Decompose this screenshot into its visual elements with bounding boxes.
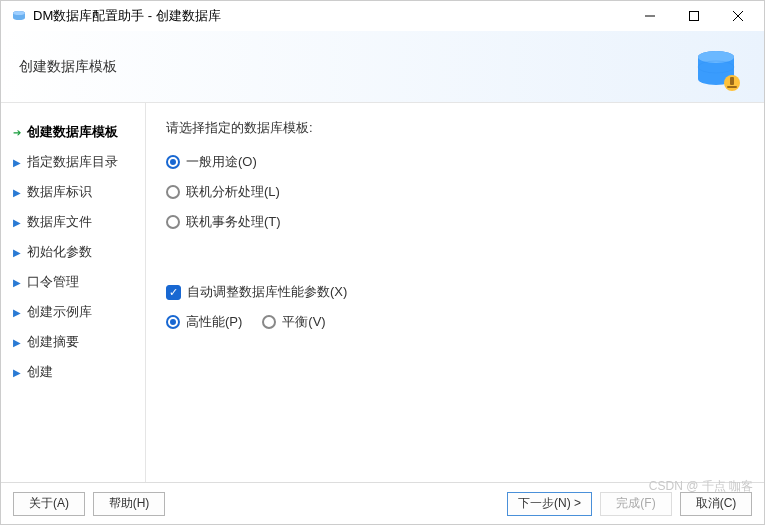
sidebar-item-3[interactable]: ▶数据库文件 bbox=[1, 207, 145, 237]
arrow-icon: ▶ bbox=[13, 367, 23, 378]
sidebar-item-4[interactable]: ▶初始化参数 bbox=[1, 237, 145, 267]
svg-point-1 bbox=[13, 11, 25, 15]
perf-radio-1[interactable]: 平衡(V) bbox=[262, 313, 325, 331]
template-radio-2[interactable]: 联机事务处理(T) bbox=[166, 213, 744, 231]
radio-label: 联机事务处理(T) bbox=[186, 213, 281, 231]
arrow-icon: ▶ bbox=[13, 217, 23, 228]
sidebar-item-5[interactable]: ▶口令管理 bbox=[1, 267, 145, 297]
sidebar-item-label: 创建示例库 bbox=[27, 303, 92, 321]
sidebar: ➔创建数据库模板▶指定数据库目录▶数据库标识▶数据库文件▶初始化参数▶口令管理▶… bbox=[1, 103, 146, 482]
svg-rect-3 bbox=[690, 12, 699, 21]
radio-label: 一般用途(O) bbox=[186, 153, 257, 171]
sidebar-item-label: 创建摘要 bbox=[27, 333, 79, 351]
sidebar-item-label: 创建 bbox=[27, 363, 53, 381]
perf-radio-0[interactable]: 高性能(P) bbox=[166, 313, 242, 331]
svg-rect-10 bbox=[730, 77, 734, 85]
radio-label: 高性能(P) bbox=[186, 313, 242, 331]
sidebar-item-0[interactable]: ➔创建数据库模板 bbox=[1, 117, 145, 147]
checkbox-icon: ✓ bbox=[166, 285, 181, 300]
header: 创建数据库模板 bbox=[1, 31, 764, 103]
finish-button: 完成(F) bbox=[600, 492, 672, 516]
content-prompt: 请选择指定的数据库模板: bbox=[166, 119, 744, 137]
radio-icon bbox=[166, 315, 180, 329]
maximize-button[interactable] bbox=[672, 1, 716, 31]
database-icon bbox=[690, 43, 744, 97]
title-bar: DM数据库配置助手 - 创建数据库 bbox=[1, 1, 764, 31]
sidebar-item-6[interactable]: ▶创建示例库 bbox=[1, 297, 145, 327]
cancel-button[interactable]: 取消(C) bbox=[680, 492, 752, 516]
help-button[interactable]: 帮助(H) bbox=[93, 492, 165, 516]
template-radio-1[interactable]: 联机分析处理(L) bbox=[166, 183, 744, 201]
minimize-button[interactable] bbox=[628, 1, 672, 31]
radio-icon bbox=[166, 215, 180, 229]
sidebar-item-label: 数据库标识 bbox=[27, 183, 92, 201]
close-button[interactable] bbox=[716, 1, 760, 31]
radio-icon bbox=[262, 315, 276, 329]
sidebar-item-label: 创建数据库模板 bbox=[27, 123, 118, 141]
sidebar-item-label: 指定数据库目录 bbox=[27, 153, 118, 171]
content: 请选择指定的数据库模板: 一般用途(O)联机分析处理(L)联机事务处理(T) ✓… bbox=[146, 103, 764, 482]
arrow-icon: ▶ bbox=[13, 307, 23, 318]
sidebar-item-label: 数据库文件 bbox=[27, 213, 92, 231]
radio-label: 联机分析处理(L) bbox=[186, 183, 280, 201]
radio-icon bbox=[166, 155, 180, 169]
sidebar-item-1[interactable]: ▶指定数据库目录 bbox=[1, 147, 145, 177]
template-radio-0[interactable]: 一般用途(O) bbox=[166, 153, 744, 171]
sidebar-item-label: 口令管理 bbox=[27, 273, 79, 291]
footer: 关于(A) 帮助(H) 下一步(N) > 完成(F) 取消(C) bbox=[1, 482, 764, 524]
arrow-current-icon: ➔ bbox=[13, 127, 23, 138]
sidebar-item-2[interactable]: ▶数据库标识 bbox=[1, 177, 145, 207]
app-icon bbox=[11, 8, 27, 24]
main: ➔创建数据库模板▶指定数据库目录▶数据库标识▶数据库文件▶初始化参数▶口令管理▶… bbox=[1, 103, 764, 482]
radio-icon bbox=[166, 185, 180, 199]
sidebar-item-label: 初始化参数 bbox=[27, 243, 92, 261]
next-button[interactable]: 下一步(N) > bbox=[507, 492, 592, 516]
sidebar-item-8[interactable]: ▶创建 bbox=[1, 357, 145, 387]
page-title: 创建数据库模板 bbox=[19, 58, 117, 76]
arrow-icon: ▶ bbox=[13, 247, 23, 258]
svg-rect-11 bbox=[727, 86, 737, 88]
sidebar-item-7[interactable]: ▶创建摘要 bbox=[1, 327, 145, 357]
radio-label: 平衡(V) bbox=[282, 313, 325, 331]
arrow-icon: ▶ bbox=[13, 277, 23, 288]
auto-tune-checkbox[interactable]: ✓ 自动调整数据库性能参数(X) bbox=[166, 283, 744, 301]
auto-tune-label: 自动调整数据库性能参数(X) bbox=[187, 283, 347, 301]
about-button[interactable]: 关于(A) bbox=[13, 492, 85, 516]
window-title: DM数据库配置助手 - 创建数据库 bbox=[33, 7, 628, 25]
arrow-icon: ▶ bbox=[13, 157, 23, 168]
arrow-icon: ▶ bbox=[13, 187, 23, 198]
arrow-icon: ▶ bbox=[13, 337, 23, 348]
